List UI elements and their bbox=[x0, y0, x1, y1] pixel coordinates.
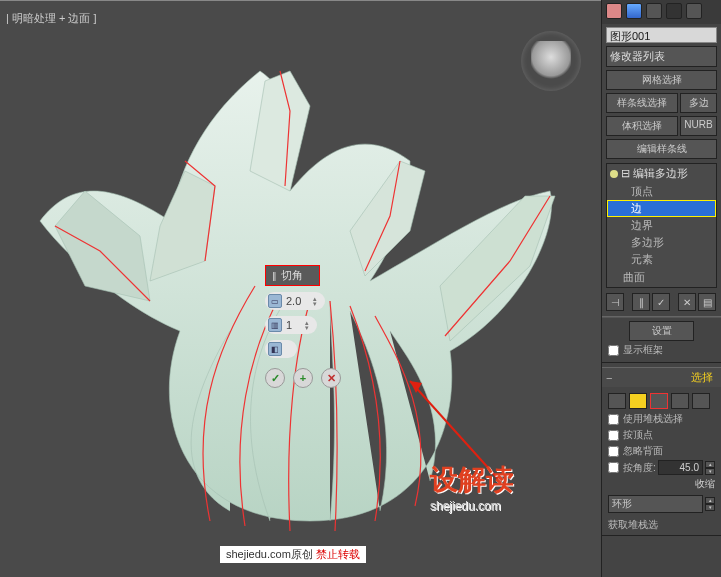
chk-use-stack[interactable]: 使用堆栈选择 bbox=[608, 412, 715, 426]
bulb-icon[interactable] bbox=[610, 170, 618, 178]
subobj-polygon[interactable]: 多边形 bbox=[607, 234, 716, 251]
angle-value[interactable]: 45.0 bbox=[658, 460, 703, 475]
remove-icon[interactable]: ✕ bbox=[678, 293, 696, 311]
pin-icon[interactable]: ⊣ bbox=[606, 293, 624, 311]
lbl-stack-msg: 获取堆栈选 bbox=[608, 518, 715, 532]
chamfer-amount-pill[interactable]: ▭ 2.0 ▴▾ bbox=[265, 292, 325, 310]
btn-mesh-select[interactable]: 网格选择 bbox=[606, 70, 717, 90]
viewport-3d[interactable]: | 明暗处理 + 边面 ] bbox=[0, 0, 601, 577]
unique-icon[interactable]: ✓ bbox=[652, 293, 670, 311]
btn-nurbs[interactable]: NURB bbox=[680, 116, 717, 136]
subobj-vertex[interactable]: 顶点 bbox=[607, 183, 716, 200]
chamfer-amount-value: 2.0 bbox=[286, 295, 301, 307]
so-edge[interactable] bbox=[629, 393, 647, 409]
tab-modify[interactable] bbox=[626, 3, 642, 19]
caddy-apply-button[interactable]: ✓ bbox=[265, 368, 285, 388]
btn-edit-spline[interactable]: 编辑样条线 bbox=[606, 139, 717, 159]
subobj-edge[interactable]: 边 bbox=[607, 200, 716, 217]
stack-base[interactable]: 曲面 bbox=[607, 268, 716, 286]
modifier-stack[interactable]: ⊟ 编辑多边形 顶点 边 边界 多边形 元素 曲面 bbox=[606, 163, 717, 288]
chamfer-amount-icon: ▭ bbox=[268, 294, 282, 308]
chamfer-option-pill[interactable]: ◧ bbox=[265, 340, 297, 358]
chk-by-vertex[interactable]: 按顶点 bbox=[608, 428, 715, 442]
row-by-angle: 按角度: 45.0 ▴▾ bbox=[608, 460, 715, 475]
so-element[interactable] bbox=[692, 393, 710, 409]
tab-display[interactable] bbox=[666, 3, 682, 19]
angle-up[interactable]: ▴ bbox=[705, 461, 715, 468]
subobj-element[interactable]: 元素 bbox=[607, 251, 716, 268]
ring-up[interactable]: ▴ bbox=[705, 497, 715, 504]
drop-ring[interactable]: 环形 bbox=[608, 495, 703, 513]
chamfer-caddy: 切角 ▭ 2.0 ▴▾ ▥ 1 ▴▾ ◧ ✓ + ✕ bbox=[265, 265, 341, 388]
chk-ignore-backface[interactable]: 忽略背面 bbox=[608, 444, 715, 458]
so-poly[interactable] bbox=[671, 393, 689, 409]
angle-down[interactable]: ▾ bbox=[705, 468, 715, 475]
btn-spline-select[interactable]: 样条线选择 bbox=[606, 93, 678, 113]
so-vertex[interactable] bbox=[608, 393, 626, 409]
caddy-apply-plus-button[interactable]: + bbox=[293, 368, 313, 388]
footer-credit: shejiedu.com原创 禁止转载 bbox=[220, 546, 366, 563]
rollout-selection: 选择 使用堆栈选择 按顶点 忽略背面 按角度: 45.0 ▴▾ 收缩 环形 ▴▾ bbox=[602, 367, 721, 536]
configure-icon[interactable]: ▤ bbox=[698, 293, 716, 311]
ring-down[interactable]: ▾ bbox=[705, 504, 715, 511]
watermark: 设解读 shejiedu.com bbox=[430, 461, 514, 513]
chamfer-seg-icon: ▥ bbox=[268, 318, 282, 332]
subobject-buttons bbox=[608, 393, 715, 409]
show-end-icon[interactable]: ∥ bbox=[632, 293, 650, 311]
chk-by-angle[interactable]: 按角度: bbox=[608, 461, 656, 475]
subobj-border[interactable]: 边界 bbox=[607, 217, 716, 234]
stack-modifier[interactable]: ⊟ 编辑多边形 bbox=[607, 164, 716, 183]
command-panel: 图形001 修改器列表 网格选择 样条线选择 多边 体积选择 NURB 编辑样条… bbox=[601, 0, 721, 577]
btn-vol-select[interactable]: 体积选择 bbox=[606, 116, 678, 136]
caddy-title[interactable]: 切角 bbox=[265, 265, 320, 286]
viewport-label: | 明暗处理 + 边面 ] bbox=[6, 11, 97, 26]
object-name-field[interactable]: 图形001 bbox=[606, 27, 717, 43]
lbl-contract: 收缩 bbox=[608, 477, 715, 491]
so-border[interactable] bbox=[650, 393, 668, 409]
chamfer-seg-value: 1 bbox=[286, 319, 292, 331]
chamfer-segments-pill[interactable]: ▥ 1 ▴▾ bbox=[265, 316, 317, 334]
modifier-list-dropdown[interactable]: 修改器列表 bbox=[606, 46, 717, 67]
stack-tools: ⊣ ∥ ✓ ✕ ▤ bbox=[606, 292, 717, 312]
chk-show-cage[interactable]: 显示框架 bbox=[608, 343, 715, 357]
panel-tab-row bbox=[602, 0, 721, 24]
caddy-cancel-button[interactable]: ✕ bbox=[321, 368, 341, 388]
chamfer-opt-icon: ◧ bbox=[268, 342, 282, 356]
tab-hierarchy[interactable] bbox=[646, 3, 662, 19]
btn-settings[interactable]: 设置 bbox=[629, 321, 693, 341]
btn-poly[interactable]: 多边 bbox=[680, 93, 717, 113]
tab-utilities[interactable] bbox=[686, 3, 702, 19]
rollout-settings: 设置 显示框架 bbox=[602, 316, 721, 363]
tab-create[interactable] bbox=[606, 3, 622, 19]
rollout-select-title[interactable]: 选择 bbox=[616, 370, 717, 385]
